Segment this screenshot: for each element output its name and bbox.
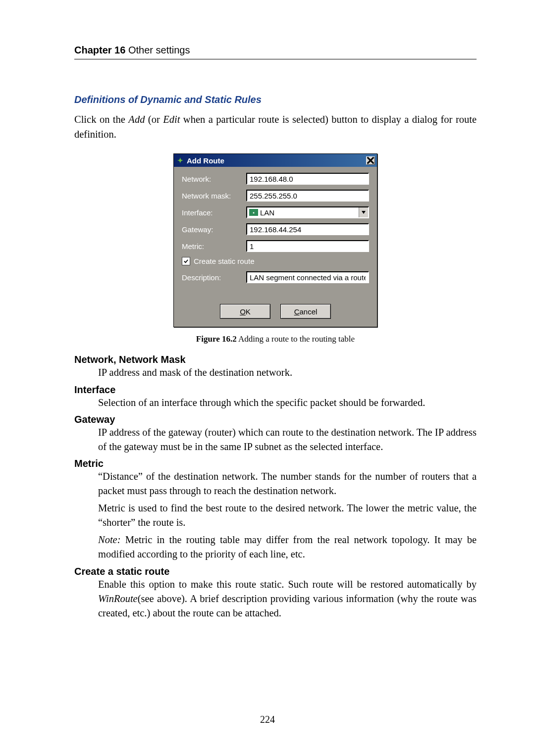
def-create-static: Enable this option to make this route st…	[74, 577, 477, 620]
nic-icon: ▪	[249, 209, 258, 216]
metric-label: Metric:	[182, 242, 246, 251]
section-title: Definitions of Dynamic and Static Rules	[74, 94, 477, 105]
close-button[interactable]	[366, 156, 375, 165]
def-network-mask: IP address and mask of the destination n…	[74, 365, 477, 380]
term-metric: Metric	[74, 458, 477, 469]
def-metric-p2: Metric is used to find the best route to…	[74, 501, 477, 530]
check-icon	[183, 258, 189, 264]
term-interface: Interface	[74, 384, 477, 396]
interface-select[interactable]: ▪ LAN	[246, 206, 369, 218]
create-static-checkbox[interactable]	[182, 257, 190, 265]
metric-input[interactable]	[246, 240, 369, 252]
dialog-titlebar: ✦ Add Route	[174, 154, 377, 167]
figure-caption: Figure 16.2 Adding a route to the routin…	[74, 334, 477, 344]
def-gateway: IP address of the gateway (router) which…	[74, 425, 477, 454]
interface-label: Interface:	[182, 208, 246, 217]
description-label: Description:	[182, 273, 246, 282]
create-static-label: Create static route	[194, 257, 255, 265]
chapter-header: Chapter 16 Other settings	[74, 45, 477, 59]
def-metric-p1: “Distance” of the destination network. T…	[74, 469, 477, 498]
network-input[interactable]	[246, 173, 369, 185]
interface-value: LAN	[260, 208, 359, 217]
term-create-static: Create a static route	[74, 566, 477, 577]
add-route-dialog: ✦ Add Route Network: Network mask: Inter…	[173, 153, 377, 327]
description-input[interactable]	[246, 271, 369, 283]
dropdown-button[interactable]	[359, 207, 368, 217]
term-gateway: Gateway	[74, 414, 477, 425]
def-interface: Selection of an interface through which …	[74, 396, 477, 410]
close-icon	[367, 156, 374, 164]
svg-marker-2	[362, 211, 366, 214]
ok-button[interactable]: OK	[220, 304, 270, 319]
cancel-button[interactable]: Cancel	[280, 304, 331, 319]
gateway-input[interactable]	[246, 223, 369, 235]
mask-label: Network mask:	[182, 192, 246, 200]
gateway-label: Gateway:	[182, 225, 246, 234]
term-network-mask: Network, Network Mask	[74, 354, 477, 365]
dialog-title: Add Route	[187, 156, 366, 165]
mask-input[interactable]	[246, 190, 369, 202]
section-intro: Click on the Add (or Edit when a particu…	[74, 112, 477, 142]
chapter-number: Chapter 16	[74, 45, 125, 55]
def-metric-note: Note: Metric in the routing table may di…	[74, 533, 477, 561]
route-icon: ✦	[176, 156, 184, 164]
edit-word: Edit	[163, 114, 180, 125]
network-label: Network:	[182, 175, 246, 183]
add-word: Add	[128, 114, 145, 125]
chapter-title: Other settings	[125, 45, 190, 55]
page-number: 224	[0, 714, 535, 725]
chevron-down-icon	[362, 211, 366, 214]
